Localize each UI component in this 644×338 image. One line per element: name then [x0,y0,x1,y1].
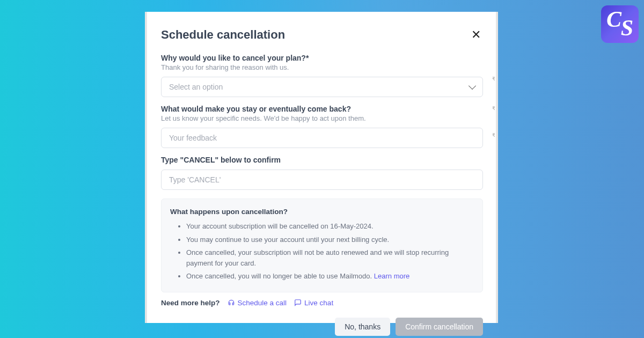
confirm-section: Type "CANCEL" below to confirm [161,156,483,190]
confirm-input[interactable] [161,170,483,190]
cancellation-info-box: What happens upon cancellation? Your acc… [161,199,483,292]
side-tick: ₹ [492,106,497,111]
live-chat-link[interactable]: Live chat [294,299,333,307]
side-tick: ₹ [492,76,497,82]
schedule-call-link[interactable]: Schedule a call [228,299,287,307]
modal-dialog: ₹ ₹ ₹ Schedule cancellation ✕ Why would … [147,12,496,323]
modal-footer: No, thanks Confirm cancellation [161,307,483,336]
side-tick: ₹ [492,133,497,138]
confirm-cancellation-button[interactable]: Confirm cancellation [396,318,483,336]
logo-letter-s: S [621,15,633,41]
info-list: Your account subscription will be cancel… [170,221,474,282]
info-item-2: You may continue to use your account unt… [186,234,474,245]
reason-select-placeholder: Select an option [169,83,223,91]
info-item-4: Once cancelled, you will no longer be ab… [186,271,474,282]
modal-title: Schedule cancellation [161,28,285,42]
info-title: What happens upon cancellation? [170,208,474,216]
logo-letter-c: C [606,6,621,32]
reason-select[interactable]: Select an option [161,77,483,97]
modal-header: Schedule cancellation ✕ [161,26,483,44]
info-item-3: Once cancelled, your subscription will n… [186,247,474,268]
chat-icon [294,299,302,306]
stay-section: What would make you stay or eventually c… [161,105,483,148]
help-row: Need more help? Schedule a call Live cha… [161,299,483,307]
info-item-1: Your account subscription will be cancel… [186,221,474,232]
feedback-input[interactable] [161,128,483,148]
headset-icon [228,299,235,306]
stay-label: What would make you stay or eventually c… [161,105,483,113]
close-icon[interactable]: ✕ [469,26,483,44]
no-thanks-button[interactable]: No, thanks [335,318,390,336]
confirm-label: Type "CANCEL" below to confirm [161,156,483,164]
reason-label: Why would you like to cancel your plan?* [161,54,483,62]
app-logo-badge: C S [601,5,639,43]
chevron-down-icon [469,82,476,90]
stay-sublabel: Let us know your specific needs. We'd be… [161,114,483,122]
help-label: Need more help? [161,299,220,307]
reason-sublabel: Thank you for sharing the reason with us… [161,63,483,71]
reason-section: Why would you like to cancel your plan?*… [161,54,483,97]
learn-more-link[interactable]: Learn more [374,272,409,280]
